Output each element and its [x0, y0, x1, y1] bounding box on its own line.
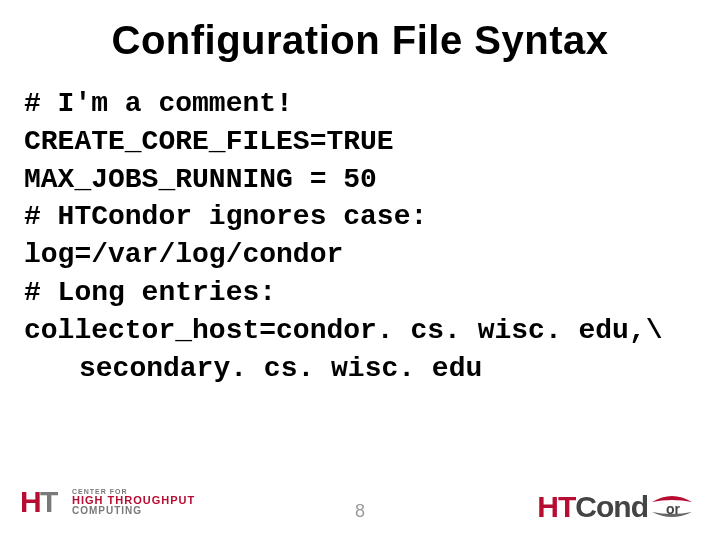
code-line-ignores-case: # HTCondor ignores case:: [24, 198, 706, 236]
condor-swoosh-icon: or: [650, 488, 694, 526]
code-line-log: log=/var/log/condor: [24, 236, 706, 274]
slide-title: Configuration File Syntax: [0, 18, 720, 63]
code-line-collector-host: collector_host=condor. cs. wisc. edu,\: [24, 312, 706, 350]
code-line-secondary: secondary. cs. wisc. edu: [24, 350, 706, 388]
code-line-comment: # I'm a comment!: [24, 85, 706, 123]
chtc-logo: HT CENTER FOR HIGH THROUGHPUT COMPUTING: [22, 482, 195, 522]
config-code-block: # I'm a comment! CREATE_CORE_FILES=TRUE …: [0, 85, 720, 387]
chtc-text: CENTER FOR HIGH THROUGHPUT COMPUTING: [72, 488, 195, 516]
slide-footer: HT CENTER FOR HIGH THROUGHPUT COMPUTING …: [0, 472, 720, 528]
htcondor-logo: HTCond or: [537, 488, 694, 526]
code-line-long-entries: # Long entries:: [24, 274, 706, 312]
chtc-line3: COMPUTING: [72, 506, 195, 516]
code-line-max-jobs: MAX_JOBS_RUNNING = 50: [24, 161, 706, 199]
svg-text:or: or: [666, 501, 681, 517]
code-line-create-core: CREATE_CORE_FILES=TRUE: [24, 123, 706, 161]
htcondor-text: HTCond: [537, 490, 648, 524]
ht-mark-icon: HT: [22, 482, 66, 522]
page-number: 8: [355, 501, 365, 522]
